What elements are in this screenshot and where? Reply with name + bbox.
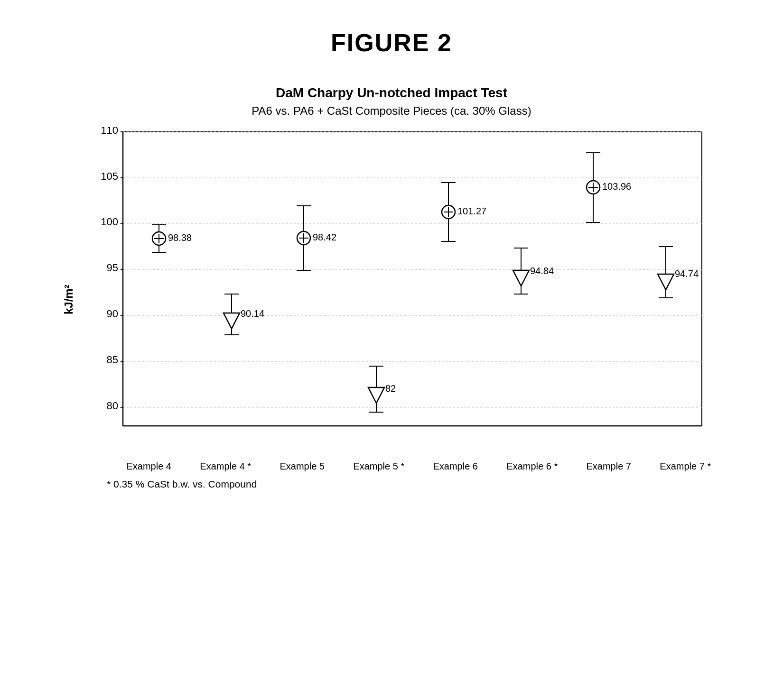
chart-title: DaM Charpy Un-notched Impact Test	[276, 85, 507, 101]
chart-svg: 80 85 90 95 100 105 110	[82, 127, 724, 459]
svg-text:95: 95	[107, 262, 118, 274]
x-label-ex6: Example 6	[417, 461, 494, 472]
svg-text:110: 110	[101, 127, 118, 136]
x-labels: Example 4 Example 4 * Example 5 Example …	[82, 461, 724, 472]
svg-text:100: 100	[101, 216, 118, 228]
svg-rect-0	[123, 132, 702, 426]
svg-text:103.96: 103.96	[602, 181, 631, 192]
svg-text:94.84: 94.84	[530, 266, 554, 276]
svg-text:80: 80	[107, 400, 118, 412]
svg-text:98.38: 98.38	[168, 232, 192, 243]
svg-text:85: 85	[107, 354, 118, 366]
x-label-ex6star: Example 6 *	[494, 461, 571, 472]
svg-text:105: 105	[101, 170, 118, 182]
chart-container: DaM Charpy Un-notched Impact Test PA6 vs…	[59, 85, 724, 490]
chart-area: kJ/m²	[59, 127, 724, 472]
footnote: * 0.35 % CaSt b.w. vs. Compound	[107, 479, 257, 490]
y-axis-label: kJ/m²	[59, 127, 78, 472]
svg-text:98.42: 98.42	[313, 232, 336, 242]
svg-text:94.74: 94.74	[675, 268, 699, 279]
x-label-ex4star: Example 4 *	[187, 461, 264, 472]
svg-text:90: 90	[107, 308, 118, 320]
x-label-ex5star: Example 5 *	[341, 461, 418, 472]
x-label-ex5: Example 5	[264, 461, 341, 472]
chart-inner: 80 85 90 95 100 105 110	[82, 127, 724, 472]
svg-text:101.27: 101.27	[457, 206, 486, 216]
x-label-ex4: Example 4	[111, 461, 187, 472]
svg-text:82: 82	[385, 383, 396, 394]
page-title: FIGURE 2	[331, 28, 452, 57]
chart-subtitle: PA6 vs. PA6 + CaSt Composite Pieces (ca.…	[252, 104, 531, 118]
x-label-ex7star: Example 7 *	[647, 461, 724, 472]
svg-text:90.14: 90.14	[241, 308, 264, 319]
x-label-ex7: Example 7	[570, 461, 647, 472]
